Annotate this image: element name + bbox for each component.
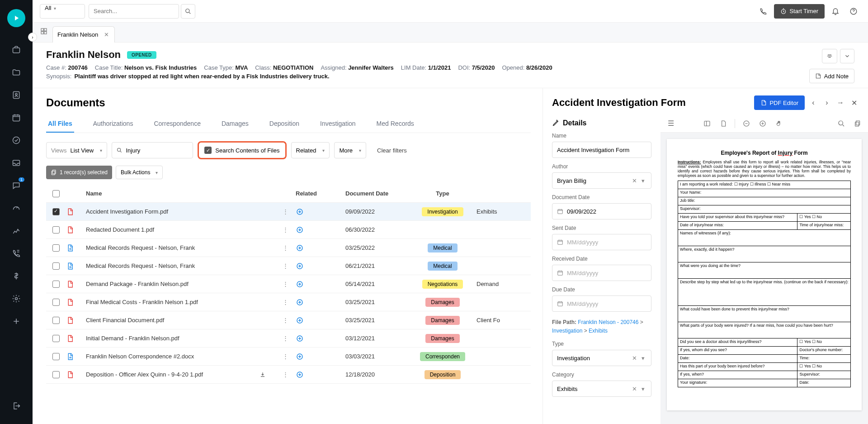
row-related[interactable] xyxy=(296,280,345,288)
row-checkbox[interactable] xyxy=(52,299,60,306)
views-select[interactable]: Views List View xyxy=(46,142,107,158)
doc-tab-med-records[interactable]: Med Records xyxy=(375,115,416,133)
nav-phone-list-icon[interactable] xyxy=(7,244,25,262)
nav-calendar-icon[interactable] xyxy=(7,109,25,127)
table-row[interactable]: Medical Records Request - Nelson, Frank⋮… xyxy=(46,239,531,257)
bulk-actions-menu[interactable]: Bulk Actions xyxy=(116,166,163,179)
row-menu[interactable]: ⋮ xyxy=(275,371,296,378)
inspector-close[interactable]: ✕ xyxy=(849,98,859,108)
global-search-input[interactable] xyxy=(89,4,179,19)
row-related[interactable] xyxy=(296,353,345,361)
rail-expand-chevron[interactable]: › xyxy=(28,33,37,42)
table-row[interactable]: Redacted Document 1.pdf⋮06/30/2022 xyxy=(46,221,531,239)
file-path-link-1[interactable]: Investigation xyxy=(552,328,582,334)
table-row[interactable]: Demand Package - Franklin Nelson.pdf⋮05/… xyxy=(46,275,531,293)
nav-tasks-icon[interactable] xyxy=(7,131,25,149)
row-menu[interactable]: ⋮ xyxy=(275,335,296,342)
tab-franklin-nelson[interactable]: Franklin Nelson ✕ xyxy=(52,26,115,43)
due-input[interactable]: MM/dd/yyyy xyxy=(552,295,651,312)
nav-contacts-icon[interactable] xyxy=(7,86,25,104)
row-download[interactable] xyxy=(259,372,275,378)
header-expand-button[interactable] xyxy=(840,49,854,63)
recv-input[interactable]: MM/dd/yyyy xyxy=(552,265,651,281)
inspector-prev[interactable]: ‹ xyxy=(808,98,818,108)
row-checkbox[interactable] xyxy=(52,371,60,378)
nav-inbox-icon[interactable] xyxy=(7,154,25,172)
row-related[interactable] xyxy=(296,208,345,216)
nav-add-icon[interactable] xyxy=(7,312,25,330)
docdate-input[interactable]: 09/09/2022 xyxy=(552,203,651,219)
doc-tab-deposition[interactable]: Deposition xyxy=(268,115,301,133)
nav-cases-icon[interactable] xyxy=(7,41,25,59)
row-related[interactable] xyxy=(296,262,345,270)
related-filter[interactable]: Related xyxy=(291,142,330,158)
category-clear[interactable]: ✕ xyxy=(629,386,640,392)
nav-settings-icon[interactable] xyxy=(7,290,25,308)
nav-messages-icon[interactable]: 1 xyxy=(7,176,25,195)
pv-search-icon[interactable] xyxy=(836,119,846,129)
scope-select[interactable]: All xyxy=(40,4,85,19)
doc-tab-authorizations[interactable]: Authorizations xyxy=(91,115,135,133)
help-icon[interactable] xyxy=(846,4,861,19)
doc-tab-investigation[interactable]: Investigation xyxy=(318,115,358,133)
row-checkbox[interactable] xyxy=(52,317,60,324)
doc-search-input[interactable] xyxy=(126,147,188,154)
row-menu[interactable]: ⋮ xyxy=(275,244,296,251)
bell-icon[interactable] xyxy=(828,4,843,19)
row-related[interactable] xyxy=(296,316,345,324)
pdf-editor-button[interactable]: PDF Editor xyxy=(754,95,805,110)
inspector-forward[interactable]: → xyxy=(835,98,845,108)
nav-billing-icon[interactable] xyxy=(7,267,25,285)
row-checkbox[interactable] xyxy=(52,353,60,360)
pv-page-icon[interactable] xyxy=(718,119,728,129)
row-related[interactable] xyxy=(296,226,345,234)
row-checkbox[interactable] xyxy=(52,262,60,270)
pv-zoom-out-icon[interactable] xyxy=(741,119,751,129)
nav-speed-icon[interactable] xyxy=(7,199,25,217)
author-select[interactable]: Bryan Billig ✕ ▾ xyxy=(552,172,651,189)
doc-tab-correspondence[interactable]: Correspondence xyxy=(152,115,203,133)
row-related[interactable] xyxy=(296,334,345,343)
pv-sidebar-icon[interactable] xyxy=(702,119,712,129)
header-settings-button[interactable] xyxy=(822,49,837,63)
type-select[interactable]: Investigation ✕ ▾ xyxy=(552,350,651,366)
row-menu[interactable]: ⋮ xyxy=(275,317,296,324)
inspector-next[interactable]: › xyxy=(822,98,832,108)
row-related[interactable] xyxy=(296,244,345,252)
row-menu[interactable]: ⋮ xyxy=(275,208,296,215)
doc-tab-all-files[interactable]: All Files xyxy=(46,115,74,133)
pv-popout-icon[interactable] xyxy=(853,119,863,129)
search-contents-toggle[interactable]: ✓ Search Contents of Files xyxy=(198,141,286,159)
table-row[interactable]: Franklin Nelson Correspondence #2.docx⋮0… xyxy=(46,348,531,366)
row-related[interactable] xyxy=(296,298,345,306)
pv-hand-icon[interactable] xyxy=(774,119,784,129)
nav-logout-icon[interactable] xyxy=(7,397,25,415)
start-timer-button[interactable]: Start Timer xyxy=(774,4,825,19)
row-checkbox[interactable] xyxy=(52,226,60,233)
name-input[interactable] xyxy=(552,142,651,158)
table-row[interactable]: Client Financial Document.pdf⋮03/25/2021… xyxy=(46,311,531,329)
file-path-link-2[interactable]: Exhibits xyxy=(589,328,608,334)
app-grid-icon[interactable] xyxy=(40,27,51,38)
add-note-button[interactable]: Add Note xyxy=(809,69,854,83)
nav-analytics-icon[interactable] xyxy=(7,222,25,240)
row-checkbox[interactable] xyxy=(52,281,60,288)
phone-icon[interactable] xyxy=(756,4,770,19)
author-clear[interactable]: ✕ xyxy=(629,177,640,184)
nav-folder-icon[interactable] xyxy=(7,63,25,81)
more-filter[interactable]: More xyxy=(334,142,366,158)
row-menu[interactable]: ⋮ xyxy=(275,299,296,305)
pv-menu-icon[interactable]: ☰ xyxy=(666,119,676,129)
app-logo[interactable] xyxy=(7,9,25,27)
row-checkbox[interactable] xyxy=(52,335,60,342)
table-row[interactable]: Final Medical Costs - Franklin Nelson 1.… xyxy=(46,293,531,311)
clear-filters[interactable]: Clear filters xyxy=(371,143,413,157)
row-menu[interactable]: ⋮ xyxy=(275,226,296,233)
row-menu[interactable]: ⋮ xyxy=(275,262,296,269)
doc-tab-damages[interactable]: Damages xyxy=(220,115,250,133)
table-row[interactable]: Accident Investigation Form.pdf⋮09/09/20… xyxy=(46,203,531,221)
row-checkbox[interactable] xyxy=(52,244,60,252)
row-menu[interactable]: ⋮ xyxy=(275,281,296,287)
select-all-checkbox[interactable] xyxy=(52,190,60,197)
sent-input[interactable]: MM/dd/yyyy xyxy=(552,234,651,250)
